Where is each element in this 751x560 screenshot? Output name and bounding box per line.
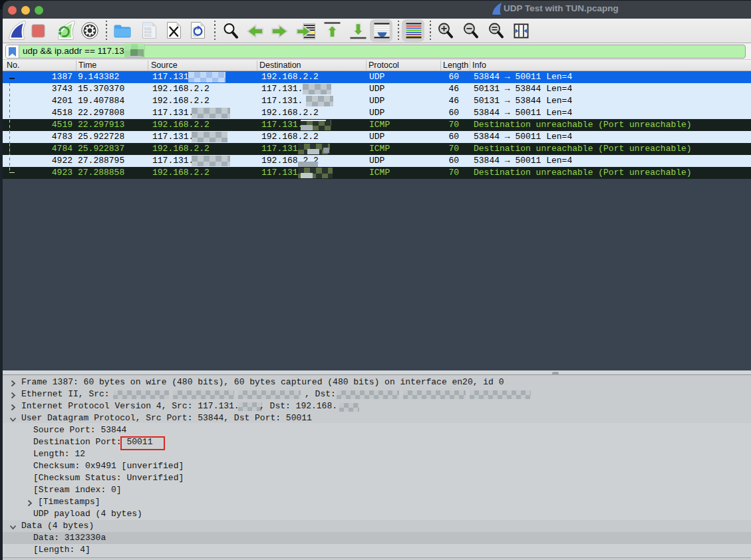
svg-text:0111: 0111: [144, 34, 152, 37]
